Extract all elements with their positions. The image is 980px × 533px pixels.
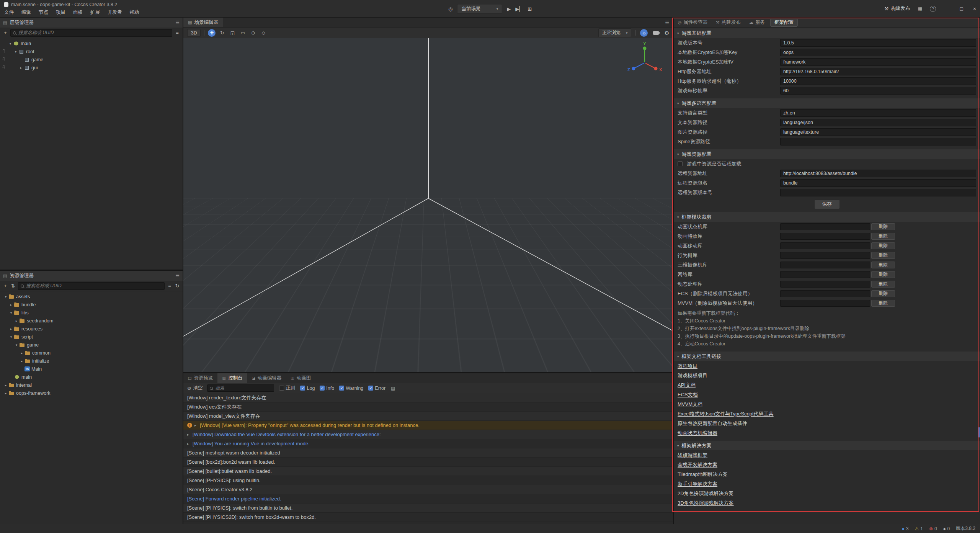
console-tab[interactable]: ◫ 动画图: [286, 373, 315, 383]
log-row[interactable]: ! [Scene] Forward render pipeline initia…: [183, 494, 673, 504]
log-row[interactable]: ! [Scene] meshopt wasm decoder initializ…: [183, 448, 673, 458]
config-input[interactable]: http://192.168.0.150/main/: [780, 68, 976, 75]
log-row[interactable]: ! [Window] render_texture文件夹存在: [183, 393, 673, 402]
config-input[interactable]: 60: [780, 87, 976, 95]
log-count-badge[interactable]: ● 3: [902, 526, 909, 531]
expand-arrow-icon[interactable]: [13, 50, 18, 54]
expand-arrow-icon[interactable]: [14, 343, 19, 347]
solution-link[interactable]: 新手引导解决方案: [678, 481, 717, 487]
menu-item[interactable]: 面板: [70, 9, 86, 16]
doc-link[interactable]: 动画状态机编辑器: [678, 430, 717, 437]
doc-link[interactable]: API文档: [678, 382, 696, 389]
lock-icon[interactable]: [0, 58, 7, 61]
scene-viewport[interactable]: Y X Z: [183, 38, 673, 372]
console-tab[interactable]: ◪ 动画编辑器: [247, 373, 286, 383]
section-doc-links[interactable]: 框架文档工具链接: [674, 352, 980, 361]
log-filter-checkbox[interactable]: 正则: [279, 385, 295, 391]
tree-node-row[interactable]: gui: [0, 64, 183, 72]
close-button[interactable]: ×: [973, 6, 976, 12]
asset-row[interactable]: resources: [0, 325, 183, 333]
expand-arrow-icon[interactable]: [3, 391, 8, 395]
module-delete-button[interactable]: 删除: [871, 252, 895, 259]
step-frame-button[interactable]: ▶▏: [515, 6, 523, 11]
build-publish-button[interactable]: ⚒ 构建发布: [884, 5, 910, 12]
asset-row[interactable]: assets: [0, 293, 183, 301]
asset-row[interactable]: common: [0, 349, 183, 357]
play-button[interactable]: ▶: [507, 6, 511, 11]
doc-link[interactable]: MVVM文档: [678, 401, 702, 408]
panel-tab[interactable]: ☁ 服务: [745, 18, 769, 27]
doc-link[interactable]: 原生包热更新配置自动生成插件: [678, 420, 747, 427]
section-module-trim[interactable]: 框架模块裁剪: [674, 212, 980, 222]
menu-item[interactable]: 文件: [1, 9, 17, 16]
solution-link[interactable]: 2D角色扮演游戏解决方案: [678, 490, 734, 497]
doc-link[interactable]: 游戏模板项目: [678, 372, 707, 379]
panel-tab[interactable]: ⚒ 构建发布: [712, 18, 745, 27]
menu-item[interactable]: 扩展: [87, 9, 103, 16]
config-input[interactable]: zh,en: [780, 109, 976, 117]
log-filter-checkbox[interactable]: Error: [368, 386, 385, 391]
log-row[interactable]: ! [Window] ecs文件夹存在: [183, 402, 673, 412]
asset-row[interactable]: initialize: [0, 357, 183, 365]
expand-arrow-icon[interactable]: [8, 303, 14, 307]
solution-link[interactable]: Tiledmap地图解决方案: [678, 471, 728, 478]
refresh-icon[interactable]: ↻: [175, 283, 180, 289]
help-icon[interactable]: ?: [930, 6, 936, 12]
config-input[interactable]: language/texture: [780, 128, 976, 136]
module-delete-button[interactable]: 删除: [871, 300, 895, 307]
menu-item[interactable]: 开发者: [104, 9, 126, 16]
log-row[interactable]: ! [Scene] [PHYSICS]: using builtin.: [183, 476, 673, 485]
doc-link[interactable]: Excel格式转Json文件与TypeScript代码工具: [678, 410, 774, 417]
expand-arrow-icon[interactable]: [8, 335, 14, 339]
module-delete-button[interactable]: 删除: [871, 233, 895, 240]
module-delete-button[interactable]: 删除: [871, 290, 895, 297]
add-node-button[interactable]: +: [3, 30, 8, 36]
solution-link[interactable]: 3D角色扮演游戏解决方案: [678, 500, 734, 507]
section-resource-config[interactable]: 游戏资源配置: [674, 149, 980, 159]
sort-icon[interactable]: ⇅: [10, 283, 16, 289]
mode-3d-toggle[interactable]: 3D: [187, 29, 201, 37]
config-input[interactable]: 10000: [780, 77, 976, 85]
expand-arrow-icon[interactable]: [3, 295, 8, 299]
section-basic-config[interactable]: 游戏基础配置: [674, 28, 980, 38]
view-mode-dropdown[interactable]: 正常浏览 ▾: [598, 28, 632, 37]
module-delete-button[interactable]: 删除: [871, 262, 895, 268]
tree-node-row[interactable]: game: [0, 56, 183, 64]
log-filter-checkbox[interactable]: Log: [300, 386, 315, 391]
expand-arrow-icon[interactable]: [18, 66, 24, 70]
warning-count-badge[interactable]: ⚠ 1: [915, 526, 923, 531]
filter-icon[interactable]: ≡: [167, 283, 172, 289]
config-input[interactable]: framework: [780, 58, 976, 66]
log-filter-checkbox[interactable]: Info: [320, 386, 334, 391]
log-row[interactable]: ! [Scene] [box2d]:box2d wasm lib loaded.: [183, 458, 673, 467]
config-input[interactable]: language/json: [780, 119, 976, 126]
module-delete-button[interactable]: 删除: [871, 223, 895, 230]
preview-grid-button[interactable]: ⊞: [528, 6, 532, 11]
scene-tool-button[interactable]: ◇: [260, 29, 267, 37]
assert-count-badge[interactable]: ◆ 0: [943, 526, 950, 531]
solution-link[interactable]: 全栈开发解决方案: [678, 461, 717, 468]
assets-search-input[interactable]: 搜索名称或 UUID: [18, 282, 165, 290]
menu-item[interactable]: 项目: [52, 9, 69, 16]
camera-icon[interactable]: [653, 31, 659, 35]
config-input[interactable]: http://localhost:8083/assets/bundle: [780, 170, 976, 177]
expand-arrow-icon[interactable]: [3, 383, 8, 387]
config-input[interactable]: 1.0.5: [780, 39, 976, 47]
scene-tool-button[interactable]: ✚: [208, 29, 216, 37]
scrollbar-thumb[interactable]: [978, 427, 980, 438]
scene-tool-button[interactable]: ▭: [239, 29, 247, 37]
export-log-icon[interactable]: ▤: [391, 386, 395, 391]
asset-row[interactable]: game: [0, 341, 183, 349]
gear-icon[interactable]: ⚙: [664, 30, 669, 36]
tree-node-row[interactable]: main: [0, 39, 183, 47]
preview-device-icon[interactable]: ◎: [448, 6, 452, 11]
expand-arrow-icon[interactable]: [14, 319, 19, 323]
tree-node-row[interactable]: root: [0, 47, 183, 56]
expand-arrow-icon[interactable]: [19, 359, 24, 363]
menu-item[interactable]: 节点: [35, 9, 52, 16]
add-asset-button[interactable]: +: [3, 283, 8, 289]
scene-selector-dropdown[interactable]: 当前场景 ▾: [457, 4, 502, 13]
expand-arrow-icon[interactable]: [8, 327, 14, 331]
panel-tab[interactable]: ◎ 属性检查器: [674, 18, 712, 27]
asset-row[interactable]: oops-framework: [0, 389, 183, 397]
